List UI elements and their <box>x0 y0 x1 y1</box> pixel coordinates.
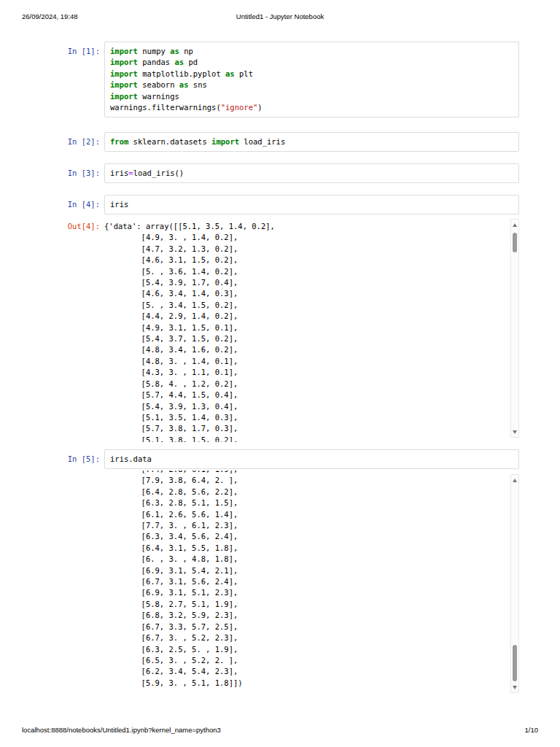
code-input-3[interactable]: iris=load_iris() <box>104 163 519 183</box>
input-prompt-4: In [4]: <box>22 195 104 214</box>
code-cell-2: In [2]: from sklearn.datasets import loa… <box>22 132 519 152</box>
output-text-5: [7.4, 2.8, 6.1, 1.9], [7.9, 3.8, 6.4, 2.… <box>104 471 519 693</box>
scroll-thumb[interactable] <box>513 645 517 681</box>
footer-url: localhost:8888/notebooks/Untitled1.ipynb… <box>22 726 221 734</box>
code-cell-4: In [4]: iris <box>22 195 519 214</box>
page-header: 26/09/2024, 19:48 Untitled1 - Jupyter No… <box>22 12 538 23</box>
print-page: 26/09/2024, 19:48 Untitled1 - Jupyter No… <box>0 0 560 747</box>
code-cell-5: In [5]: iris.data <box>22 449 519 469</box>
input-prompt-2: In [2]: <box>22 132 104 152</box>
code-input-5[interactable]: iris.data <box>104 449 519 469</box>
scroll-up-icon[interactable] <box>511 476 518 484</box>
code-input-1[interactable]: import numpy as npimport pandas as pdimp… <box>104 42 519 117</box>
scroll-thumb[interactable] <box>513 233 517 252</box>
page-footer: localhost:8888/notebooks/Untitled1.ipynb… <box>22 726 538 736</box>
output-area-5[interactable]: [7.4, 2.8, 6.1, 1.9], [7.9, 3.8, 6.4, 2.… <box>22 471 519 693</box>
input-prompt-1: In [1]: <box>22 42 104 117</box>
code-cell-1: In [1]: import numpy as npimport pandas … <box>22 42 519 117</box>
header-title: Untitled1 - Jupyter Notebook <box>22 12 538 20</box>
scroll-up-icon[interactable] <box>511 221 518 228</box>
scroll-down-icon[interactable] <box>511 684 518 691</box>
output-area-4[interactable]: Out[4]: {'data': array([[5.1, 3.5, 1.4, … <box>22 219 519 442</box>
output-4-scrollbar[interactable] <box>510 219 519 438</box>
output-5-scrollbar[interactable] <box>510 474 519 693</box>
footer-page-number: 1/10 <box>525 726 539 734</box>
code-cell-3: In [3]: iris=load_iris() <box>22 163 519 183</box>
output-prompt-4: Out[4]: <box>68 222 100 231</box>
output-text-4: {'data': array([[5.1, 3.5, 1.4, 0.2], [4… <box>104 219 519 442</box>
input-prompt-5: In [5]: <box>22 449 104 469</box>
scroll-down-icon[interactable] <box>511 428 518 436</box>
code-input-2[interactable]: from sklearn.datasets import load_iris <box>104 132 519 152</box>
code-input-4[interactable]: iris <box>104 195 519 214</box>
input-prompt-3: In [3]: <box>22 163 104 183</box>
